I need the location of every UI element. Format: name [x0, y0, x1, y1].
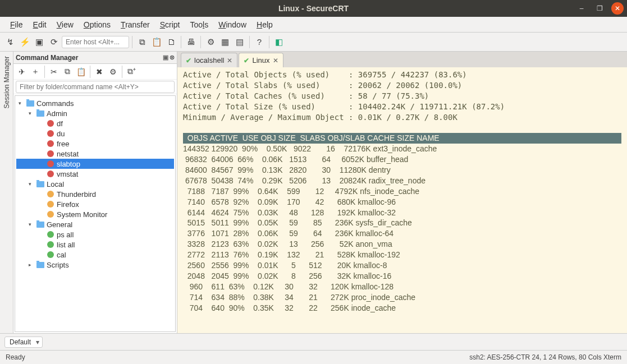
tree-cmd-slabtop[interactable]: slabtop [16, 159, 174, 169]
host-input[interactable] [62, 36, 129, 48]
scheme-select[interactable]: Default [4, 337, 43, 348]
status-right: ssh2: AES-256-CTR 24, 1 24 Rows, 80 Cols… [469, 353, 621, 361]
tree-folder-scripts[interactable]: ▸Scripts [16, 260, 174, 270]
delete-icon[interactable]: ✖ [93, 66, 106, 78]
settings-icon[interactable]: ⚙ [204, 35, 217, 49]
commands-icon[interactable]: ▤ [233, 35, 246, 49]
print-icon[interactable]: 🖶 [184, 35, 198, 49]
status-left: Ready [6, 353, 25, 361]
terminal[interactable]: Active / Total Objects (% used) : 369755… [177, 67, 627, 333]
sessions-icon[interactable]: ▦ [218, 35, 232, 49]
menu-script[interactable]: Script [155, 19, 185, 30]
send-icon[interactable]: ✈ [16, 66, 28, 78]
tree-cmd-thunderbird[interactable]: Thunderbird [16, 189, 174, 199]
bottom-bar: Default [0, 333, 627, 350]
tab-close-icon[interactable]: ✕ [227, 57, 232, 64]
main-area: Session Manager Command Manager ▣ ⊗ ✈ ＋ … [0, 52, 627, 333]
window-controls: – ❐ ✕ [575, 2, 624, 15]
terminal-area: ✔localshell✕✔Linux✕ Active / Total Objec… [177, 52, 627, 333]
panel-close-icon[interactable]: ⊗ [170, 54, 175, 61]
tree-cmd-firefox[interactable]: Firefox [16, 199, 174, 209]
tree-folder-general[interactable]: ▾General [16, 219, 174, 229]
menu-window[interactable]: Window [214, 19, 251, 30]
command-tree: ▾Commands▾Admindfdufreenetstatslabtopvms… [15, 95, 176, 332]
menu-options[interactable]: Options [79, 19, 115, 30]
session-manager-tab[interactable]: Session Manager [0, 52, 13, 333]
check-icon: ✔ [244, 57, 249, 64]
copy2-icon[interactable]: ⧉ [61, 66, 74, 78]
tab-linux[interactable]: ✔Linux✕ [239, 53, 283, 67]
tree-cmd-list-all[interactable]: list all [16, 239, 174, 250]
copy-icon[interactable]: ⧉ [135, 35, 149, 49]
cut-icon[interactable]: ✂ [48, 66, 60, 78]
paste-icon[interactable]: 📋 [150, 35, 163, 49]
add-icon[interactable]: ＋ [29, 66, 42, 78]
menu-help[interactable]: Help [252, 19, 277, 30]
connect-icon[interactable]: ↯ [3, 35, 17, 49]
close-button[interactable]: ✕ [611, 2, 624, 15]
app-icon[interactable]: ◧ [272, 35, 286, 49]
window-title: Linux - SecureCRT [278, 4, 349, 13]
command-filter-input[interactable] [16, 81, 175, 93]
find-icon[interactable]: 🗋 [164, 35, 178, 49]
command-manager-panel: Command Manager ▣ ⊗ ✈ ＋ ✂ ⧉ 📋 ✖ ⚙ ⧉⁺ ▾Co… [13, 52, 177, 333]
tab-new-icon[interactable]: ▣ [33, 35, 46, 49]
paste2-icon[interactable]: 📋 [75, 66, 87, 78]
tab-close-icon[interactable]: ✕ [273, 57, 278, 64]
tree-cmd-cal[interactable]: cal [16, 250, 174, 260]
terminal-table-header: OBJS ACTIVE USE OBJ SIZE SLABS OBJ/SLAB … [183, 133, 621, 144]
menu-edit[interactable]: Edit [29, 19, 51, 30]
menu-view[interactable]: View [52, 19, 78, 30]
menu-file[interactable]: File [6, 19, 28, 30]
maximize-button[interactable]: ❐ [593, 2, 606, 15]
toolbar: ↯ ⚡ ▣ ⟳ ⧉ 📋 🗋 🖶 ⚙ ▦ ▤ ? ◧ [0, 33, 627, 52]
tree-root[interactable]: ▾Commands [16, 98, 174, 108]
quick-connect-icon[interactable]: ⚡ [18, 35, 31, 49]
statusbar: Ready ssh2: AES-256-CTR 24, 1 24 Rows, 8… [0, 350, 627, 364]
check-icon: ✔ [186, 57, 191, 64]
terminal-table-rows: 144352 129920 90% 0.50K 9022 16 72176K e… [183, 144, 437, 312]
tab-localshell[interactable]: ✔localshell✕ [181, 53, 237, 67]
command-manager-title: Command Manager [16, 54, 78, 62]
menu-tools[interactable]: Tools [186, 19, 213, 30]
tree-cmd-system-monitor[interactable]: System Monitor [16, 209, 174, 219]
session-manager-label: Session Manager [3, 56, 11, 108]
tree-cmd-netstat[interactable]: netstat [16, 149, 174, 159]
gear-icon[interactable]: ⚙ [107, 66, 119, 78]
command-manager-header: Command Manager ▣ ⊗ [13, 52, 177, 64]
minimize-button[interactable]: – [575, 2, 588, 15]
new-folder-icon[interactable]: ⧉⁺ [125, 66, 138, 78]
panel-dock-icon[interactable]: ▣ [163, 54, 168, 61]
tree-cmd-vmstat[interactable]: vmstat [16, 169, 174, 179]
command-toolbar: ✈ ＋ ✂ ⧉ 📋 ✖ ⚙ ⧉⁺ [13, 64, 177, 80]
tab-label: Linux [252, 56, 269, 64]
tree-cmd-df[interactable]: df [16, 118, 174, 128]
tree-cmd-du[interactable]: du [16, 128, 174, 139]
tree-cmd-free[interactable]: free [16, 139, 174, 149]
tab-strip: ✔localshell✕✔Linux✕ [177, 52, 627, 67]
help-icon[interactable]: ? [253, 35, 266, 49]
tree-cmd-ps-all[interactable]: ps all [16, 229, 174, 239]
reconnect-icon[interactable]: ⟳ [47, 35, 61, 49]
scheme-label: Default [10, 338, 31, 346]
menubar: File Edit View Options Transfer Script T… [0, 17, 627, 33]
tree-folder-local[interactable]: ▾Local [16, 179, 174, 189]
titlebar: Linux - SecureCRT – ❐ ✕ [0, 0, 627, 17]
tab-label: localshell [194, 56, 224, 64]
tree-folder-admin[interactable]: ▾Admin [16, 108, 174, 118]
menu-transfer[interactable]: Transfer [116, 19, 154, 30]
